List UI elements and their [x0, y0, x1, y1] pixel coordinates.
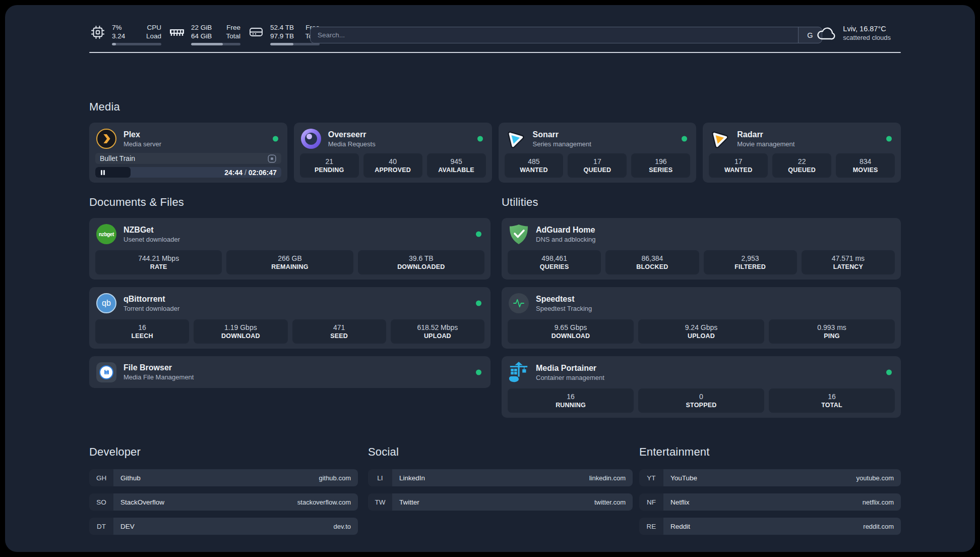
stat-tile-value: 47.571 ms — [832, 254, 865, 262]
stat-tile: 498,461QUERIES — [508, 250, 601, 274]
link-stackoverflow[interactable]: SOStackOverflowstackoverflow.com — [89, 493, 358, 511]
stat-progress-fill — [191, 43, 223, 45]
header-divider — [89, 52, 901, 53]
service-card-nzbget[interactable]: nzbgetNZBGetUsenet downloader744.21 Mbps… — [89, 218, 491, 280]
section-title-social: Social — [368, 445, 633, 459]
portainer-icon — [508, 361, 530, 383]
stat-tile-label: BLOCKED — [636, 263, 668, 270]
section-title-developer: Developer — [89, 445, 358, 459]
stat-tiles: 21PENDING40APPROVED945AVAILABLE — [300, 153, 486, 178]
service-card-file-browser[interactable]: File BrowserMedia File Management — [89, 356, 491, 388]
stat-value: 22 GiB — [191, 23, 212, 32]
service-name: Speedtest — [536, 294, 592, 304]
service-name: Plex — [124, 130, 161, 140]
link-linkedin[interactable]: LILinkedInlinkedin.com — [368, 469, 633, 486]
link-url: twitter.com — [594, 498, 626, 506]
link-youtube[interactable]: YTYouTubeyoutube.com — [639, 469, 901, 486]
stat-tile-label: APPROVED — [375, 166, 411, 174]
stat-tile-label: SERIES — [649, 166, 672, 174]
stat-tile-label: WANTED — [724, 166, 752, 174]
stat-tile-label: DOWNLOAD — [221, 332, 260, 340]
stat-tile: 0.993 msPING — [769, 319, 895, 344]
stat-tile-label: RUNNING — [556, 402, 586, 409]
stat-tile-value: 21 — [325, 157, 333, 165]
link-body: DEVdev.to — [113, 518, 358, 535]
stat-tile-label: QUERIES — [540, 263, 569, 270]
card-header: SpeedtestSpeedtest Tracking — [508, 292, 895, 314]
service-subtitle: Media File Management — [124, 373, 194, 381]
link-abbr: DT — [89, 518, 113, 535]
link-url: linkedin.com — [589, 474, 626, 482]
service-subtitle: Torrent downloader — [124, 304, 179, 313]
stat-tile-label: PENDING — [315, 166, 344, 174]
link-twitter[interactable]: TWTwittertwitter.com — [368, 493, 633, 511]
stat-tile: 40APPROVED — [363, 153, 422, 178]
stat-tile-value: 86,384 — [641, 254, 663, 262]
stat-tile: 2,953FILTERED — [704, 250, 797, 274]
link-url: dev.to — [334, 523, 351, 530]
stat-tile: 47.571 msLATENCY — [802, 250, 895, 274]
link-body: LinkedInlinkedin.com — [392, 469, 633, 486]
status-dot — [477, 136, 483, 142]
stat-tile-value: 485 — [528, 157, 539, 165]
stat-tile: 471SEED — [292, 319, 386, 344]
service-name: Sonarr — [533, 130, 591, 140]
card-header: AdGuard HomeDNS and adblocking — [508, 223, 895, 245]
stat-tile: 17WANTED — [709, 153, 768, 178]
service-card-adguard-home[interactable]: AdGuard HomeDNS and adblocking498,461QUE… — [502, 218, 901, 280]
stat-tile: 21PENDING — [300, 153, 359, 178]
service-card-media-portainer[interactable]: Media PortainerContainer management16RUN… — [502, 356, 901, 418]
stat-tile: 9.24 GbpsUPLOAD — [638, 319, 764, 344]
link-name: Reddit — [670, 523, 690, 530]
stat-tile-value: 39.6 TB — [409, 254, 434, 262]
stat-tile: 485WANTED — [505, 153, 564, 178]
stat-tile-label: FILTERED — [734, 263, 766, 270]
service-card-radarr[interactable]: RadarrMovie management17WANTED22QUEUED83… — [703, 123, 901, 183]
service-card-speedtest[interactable]: SpeedtestSpeedtest Tracking9.65 GbpsDOWN… — [502, 287, 901, 349]
stat-progress-bar — [191, 43, 240, 45]
service-subtitle: Media Requests — [328, 140, 376, 148]
stat-value: 7% — [112, 23, 125, 32]
link-dev[interactable]: DTDEVdev.to — [89, 518, 358, 535]
stat-tile-label: DOWNLOADED — [397, 263, 445, 270]
link-name: DEV — [120, 523, 135, 530]
link-body: YouTubeyoutube.com — [663, 469, 901, 486]
stat-label: CPU — [146, 23, 161, 32]
stat-tile-label: WANTED — [520, 166, 547, 174]
playback-separator: / — [242, 169, 249, 177]
service-card-qbittorrent[interactable]: qbqBittorrentTorrent downloader16LEECH1.… — [89, 287, 491, 349]
link-url: github.com — [319, 474, 351, 482]
section-title-documents: Documents & Files — [89, 195, 491, 209]
link-name: Github — [120, 474, 141, 482]
stat-tiles: 485WANTED17QUEUED196SERIES — [505, 153, 691, 178]
link-netflix[interactable]: NFNetflixnetflix.com — [639, 493, 901, 511]
link-body: Githubgithub.com — [113, 469, 358, 486]
search-input[interactable] — [311, 27, 798, 43]
link-name: YouTube — [670, 474, 697, 482]
now-playing-title: Bullet Train — [100, 154, 135, 162]
service-card-sonarr[interactable]: SonarrSeries management485WANTED17QUEUED… — [499, 123, 697, 183]
link-github[interactable]: GHGithubgithub.com — [89, 469, 358, 486]
stat-tiles: 9.65 GbpsDOWNLOAD9.24 GbpsUPLOAD0.993 ms… — [508, 319, 895, 344]
link-reddit[interactable]: RERedditreddit.com — [639, 518, 901, 535]
service-name: AdGuard Home — [536, 225, 596, 235]
service-card-overseerr[interactable]: OverseerrMedia Requests21PENDING40APPROV… — [294, 123, 492, 183]
link-name: Netflix — [670, 498, 690, 506]
service-card-plex[interactable]: PlexMedia serverBullet Train24:44 / 02:0… — [89, 123, 287, 183]
stat-tile-value: 9.24 Gbps — [685, 323, 718, 331]
stat-tile-value: 0 — [699, 393, 703, 401]
cloud-icon — [815, 25, 837, 42]
link-abbr: YT — [639, 469, 663, 486]
service-subtitle: DNS and adblocking — [536, 235, 596, 244]
link-abbr: GH — [89, 469, 113, 486]
card-header: Media PortainerContainer management — [508, 361, 895, 383]
stat-tile-value: 9.65 Gbps — [555, 323, 587, 331]
stat-tile-label: STOPPED — [686, 402, 717, 409]
ram-icon — [168, 25, 186, 40]
stat-tile-label: AVAILABLE — [438, 166, 474, 174]
stat-tile-label: REMAINING — [271, 263, 308, 270]
overseerr-icon — [300, 128, 322, 150]
stat-tile: 266 GBREMAINING — [226, 250, 353, 274]
stat-tile-value: 17 — [734, 157, 743, 165]
stat-label: Free — [226, 23, 240, 32]
